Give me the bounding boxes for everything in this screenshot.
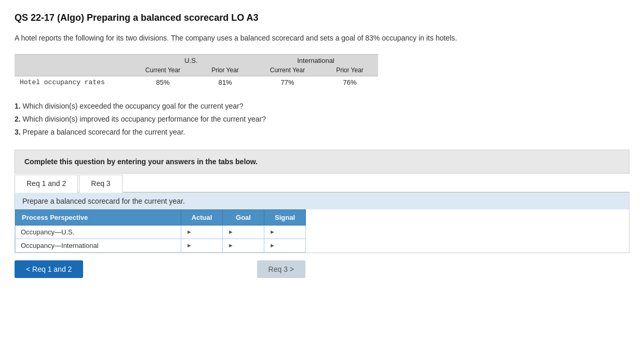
intl-current-value: 77% [253,76,321,89]
empty-header [15,55,129,66]
q2-num: 2. [15,115,21,123]
us-current-value: 85% [129,76,197,89]
goal-us-cell[interactable]: ► [223,225,264,239]
us-prior-year-header: Prior Year [197,65,253,76]
signal-intl-cell[interactable]: ► [264,239,306,252]
actual-intl-cell[interactable]: ► [181,239,223,252]
empty-sub-header [15,65,129,76]
intl-group-header: International [253,55,378,66]
scorecard-row-intl: Occupancy—International ► ► [16,239,306,252]
us-group-header: U.S. [129,55,253,66]
nav-buttons: < Req 1 and 2 Req 3 > [15,253,305,278]
data-table-wrapper: U.S. International Current Year Prior Ye… [15,54,378,88]
signal-us-cell[interactable]: ► [264,225,306,239]
intl-prior-value: 76% [321,76,378,89]
arrow-icon-goal-intl: ► [228,242,234,248]
instruction-box: Complete this question by entering your … [15,150,629,174]
table-row: Hotel occupancy rates 85% 81% 77% 76% [15,76,378,89]
row-label: Hotel occupancy rates [15,76,129,89]
occupancy-table: U.S. International Current Year Prior Ye… [15,54,378,88]
us-current-year-header: Current Year [129,65,197,76]
tab-req-1-2[interactable]: Req 1 and 2 [15,175,78,193]
perspective-intl: Occupancy—International [16,239,181,252]
arrow-icon-actual-intl: ► [186,242,192,248]
scorecard-table: Process Perspective Actual Goal Signal O… [15,209,306,253]
col-header-goal: Goal [223,209,264,225]
question-2: 2. Which division(s) improved its occupa… [15,113,629,126]
instruction-text: Complete this question by entering your … [24,157,258,166]
intl-current-year-header: Current Year [253,65,321,76]
arrow-icon-signal-us: ► [270,229,275,235]
col-header-perspective: Process Perspective [16,209,181,225]
us-prior-value: 81% [197,76,253,89]
questions-section: 1. Which division(s) exceeded the occupa… [15,100,629,139]
question-3: 3. Prepare a balanced scorecard for the … [15,126,629,139]
arrow-icon-signal-intl: ► [270,242,275,248]
arrow-icon-goal-us: ► [228,229,234,235]
tab-content-wrapper: Prepare a balanced scorecard for the cur… [15,193,629,253]
section-header-text: Prepare a balanced scorecard for the cur… [22,197,185,205]
next-button[interactable]: Req 3 > [257,260,305,278]
q1-num: 1. [15,102,21,110]
intl-prior-year-header: Prior Year [321,65,378,76]
scorecard-row-us: Occupancy—U.S. ► ► [16,225,306,239]
arrow-icon-actual-us: ► [186,229,192,235]
tab-section-header: Prepare a balanced scorecard for the cur… [15,193,629,209]
tab-req-3[interactable]: Req 3 [79,175,122,193]
scorecard-table-wrapper: Process Perspective Actual Goal Signal O… [15,209,629,253]
col-header-signal: Signal [264,209,306,225]
goal-intl-cell[interactable]: ► [223,239,264,252]
question-1: 1. Which division(s) exceeded the occupa… [15,100,629,113]
page-title: QS 22-17 (Algo) Preparing a balanced sco… [15,12,629,23]
actual-us-cell[interactable]: ► [181,225,223,239]
intro-text: A hotel reports the following for its tw… [15,33,629,44]
tab-bar: Req 1 and 2 Req 3 [15,174,629,193]
perspective-us: Occupancy—U.S. [16,225,181,239]
q3-num: 3. [15,128,21,136]
col-header-actual: Actual [181,209,223,225]
prev-button[interactable]: < Req 1 and 2 [15,260,83,278]
